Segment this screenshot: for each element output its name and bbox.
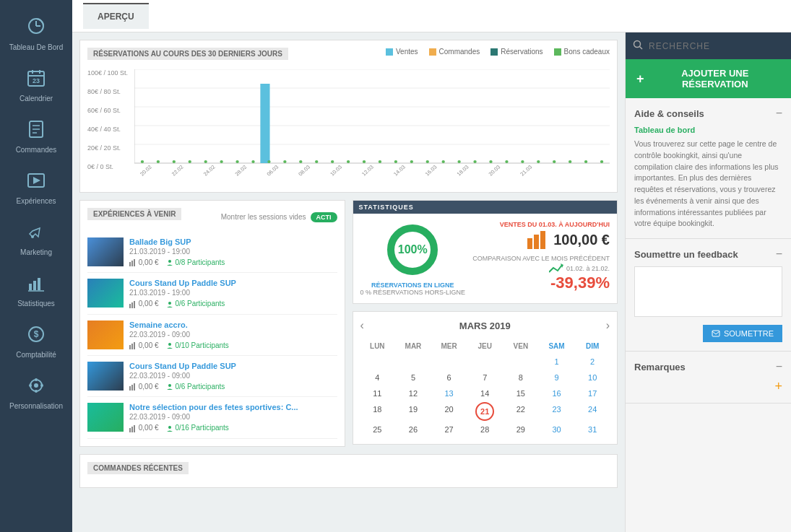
legend-reservations: Réservations — [490, 48, 543, 56]
cal-day-31[interactable]: 31 — [575, 422, 610, 437]
cal-day-10[interactable]: 10 — [575, 370, 610, 385]
exp-name-4[interactable]: Notre sélection pour des fetes sportives… — [129, 403, 337, 411]
cal-day-4[interactable]: 4 — [360, 370, 395, 385]
cal-day-7[interactable]: 7 — [467, 370, 502, 385]
cal-day-11[interactable]: 11 — [360, 386, 395, 401]
cal-day-24[interactable]: 24 — [575, 402, 610, 421]
feedback-textarea[interactable] — [634, 266, 782, 317]
cal-day-18[interactable]: 18 — [360, 402, 395, 421]
exp-name-1[interactable]: Cours Stand Up Paddle SUP — [129, 279, 337, 287]
bar-icon-1 — [129, 301, 137, 308]
cal-day-13[interactable]: 13 — [432, 386, 467, 401]
donut-chart: 100% — [384, 221, 441, 279]
cal-day-20[interactable]: 20 — [432, 402, 467, 421]
svg-rect-97 — [134, 425, 135, 432]
cal-day-25[interactable]: 25 — [360, 422, 395, 437]
cal-day-28[interactable]: 28 — [467, 422, 502, 437]
tableau-icon — [26, 16, 46, 40]
cal-day-1[interactable]: 1 — [540, 354, 574, 369]
svg-text:23: 23 — [33, 77, 40, 84]
svg-point-98 — [168, 426, 171, 429]
remarks-add-button[interactable]: + — [774, 379, 782, 394]
cal-day-15[interactable]: 15 — [503, 386, 538, 401]
svg-text:12.03: 12.03 — [360, 164, 375, 177]
exp-header: EXPÉRIENCES À VENIR Montrer les sessions… — [87, 208, 337, 226]
cal-prev-button[interactable]: ‹ — [360, 319, 364, 332]
svg-rect-15 — [29, 284, 32, 290]
cal-day-30[interactable]: 30 — [540, 422, 574, 437]
exp-price-0: 0,00 € — [129, 258, 159, 266]
exp-meta-0: 0,00 € 0/8 Participants — [129, 258, 337, 266]
cal-day-19[interactable]: 19 — [396, 402, 431, 421]
trend-icon — [549, 263, 563, 274]
svg-text:16.03: 16.03 — [424, 164, 438, 177]
svg-point-61 — [537, 160, 540, 163]
cal-day-9[interactable]: 9 — [540, 370, 574, 385]
cal-day-12[interactable]: 12 — [396, 386, 431, 401]
experiences-section: EXPÉRIENCES À VENIR Montrer les sessions… — [79, 200, 345, 447]
cal-day-26[interactable]: 26 — [396, 422, 431, 437]
sidebar-item-experiences[interactable]: Expériences — [0, 162, 72, 214]
sidebar-item-calendrier[interactable]: 23 Calendrier — [0, 60, 72, 111]
sidebar-item-marketing[interactable]: Marketing — [0, 214, 72, 265]
donut-percent: 100% — [398, 243, 428, 256]
person-icon-1 — [166, 301, 173, 308]
email-icon — [712, 329, 720, 338]
exp-name-0[interactable]: Ballade Big SUP — [129, 237, 337, 246]
cal-day-16[interactable]: 16 — [540, 386, 574, 401]
exp-name-2[interactable]: Semaine accro. — [129, 320, 337, 329]
cal-day-14[interactable]: 14 — [467, 386, 502, 401]
sidebar-item-personnalisation[interactable]: Personnalisation — [0, 367, 72, 419]
cal-day-17[interactable]: 17 — [575, 386, 610, 401]
svg-rect-81 — [134, 259, 135, 266]
sidebar-item-tableau[interactable]: Tableau De Bord — [0, 7, 72, 60]
cal-day-6[interactable]: 6 — [432, 370, 467, 385]
cal-next-button[interactable]: › — [606, 319, 610, 332]
exp-name-3[interactable]: Cours Stand Up Paddle SUP — [129, 362, 337, 370]
feedback-submit-button[interactable]: SOUMETTRE — [703, 325, 782, 342]
cal-day-empty-5 — [503, 354, 538, 369]
exp-toggle-area: Montrer les sessions vides ACTI — [221, 212, 337, 222]
legend-label-bons: Bons cadeaux — [564, 48, 610, 56]
exp-date-2: 22.03.2019 - 09:00 — [129, 331, 337, 339]
exp-participants-3: 0/6 Participants — [166, 383, 225, 391]
cal-day-5[interactable]: 5 — [396, 370, 431, 385]
svg-text:20.02: 20.02 — [139, 164, 153, 177]
svg-text:18.03: 18.03 — [455, 164, 470, 177]
tab-apercu[interactable]: APERÇU — [83, 3, 149, 29]
svg-point-40 — [204, 160, 207, 163]
help-title: Aide & conseils — [634, 108, 704, 119]
sidebar-item-comptabilite[interactable]: $ Comptabilité — [0, 316, 72, 367]
exp-section-title: EXPÉRIENCES À VENIR — [87, 208, 181, 220]
svg-rect-79 — [129, 262, 131, 266]
legend-ventes: Ventes — [386, 48, 418, 56]
offline-label: 0 % RÉSERVATIONS HORS-LIGNE — [360, 289, 466, 296]
topbar: APERÇU — [72, 0, 791, 32]
exp-info-0: Ballade Big SUP 21.03.2019 - 19:00 0,00 … — [129, 237, 337, 266]
cal-day-27[interactable]: 27 — [432, 422, 467, 437]
add-reservation-button[interactable]: + AJOUTER UNE RÉSERVATION — [626, 59, 791, 98]
feedback-toggle[interactable]: − — [776, 248, 782, 261]
search-input[interactable] — [649, 41, 784, 51]
cal-day-29[interactable]: 29 — [503, 422, 538, 437]
cal-day-8[interactable]: 8 — [503, 370, 538, 385]
cal-day-23[interactable]: 23 — [540, 402, 574, 421]
svg-point-14 — [31, 235, 34, 238]
remarks-toggle[interactable]: − — [776, 360, 782, 373]
sidebar-item-statistiques[interactable]: Statistiques — [0, 265, 72, 316]
svg-text:06.03: 06.03 — [265, 164, 280, 177]
comparaison-dates: 01.02. à 21.02. — [566, 265, 610, 272]
sidebar-item-commandes[interactable]: Commandes — [0, 111, 72, 162]
ventes-amount-row: 100,00 € — [472, 231, 610, 249]
cal-day-22[interactable]: 22 — [503, 402, 538, 421]
sessions-toggle[interactable]: ACTI — [311, 212, 337, 222]
svg-rect-85 — [134, 301, 135, 308]
help-toggle[interactable]: − — [776, 107, 782, 120]
svg-rect-84 — [131, 302, 133, 308]
search-icon — [633, 40, 643, 52]
cal-day-2[interactable]: 2 — [575, 354, 610, 369]
svg-rect-103 — [540, 231, 545, 249]
cal-day-21[interactable]: 21 — [475, 402, 494, 421]
bar-icon-2 — [129, 342, 137, 349]
sidebar-label-marketing: Marketing — [20, 248, 52, 256]
